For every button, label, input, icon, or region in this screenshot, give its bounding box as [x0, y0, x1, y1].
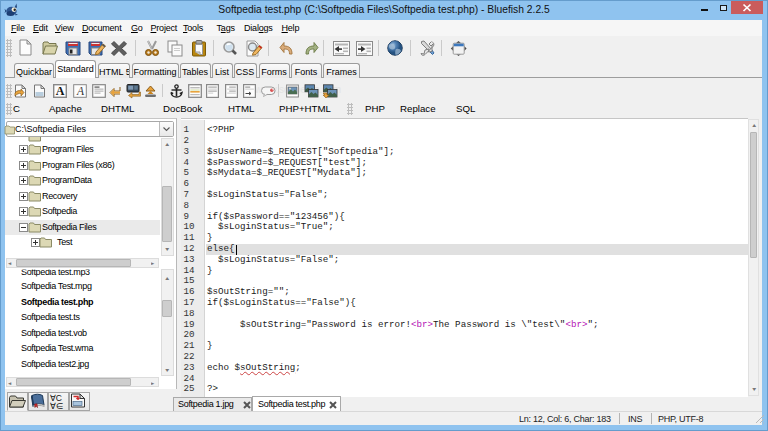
svg-text:A: A [76, 85, 85, 97]
svg-text:A: A [56, 84, 65, 98]
svg-text:∀∈: ∀∈ [50, 401, 63, 411]
